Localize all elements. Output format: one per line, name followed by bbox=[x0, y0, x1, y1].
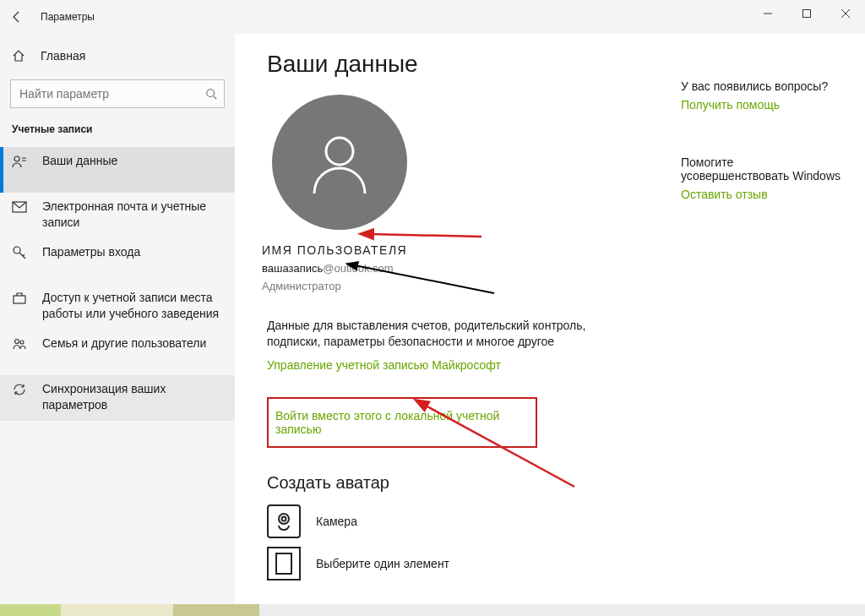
svg-rect-11 bbox=[14, 296, 25, 303]
sidebar-item-label: Ваши данные bbox=[42, 153, 117, 169]
mail-icon bbox=[12, 199, 27, 215]
window-title: Параметры bbox=[41, 11, 95, 23]
search-icon bbox=[205, 88, 217, 100]
page-title: Ваши данные bbox=[267, 51, 843, 78]
home-link[interactable]: Главная bbox=[0, 39, 235, 73]
help-question: У вас появились вопросы? bbox=[681, 79, 841, 93]
sidebar-item-label: Доступ к учетной записи места работы или… bbox=[42, 290, 223, 322]
sync-icon bbox=[12, 382, 27, 397]
title-bar: Параметры bbox=[0, 0, 865, 34]
sidebar-item-label: Электронная почта и учетные записи bbox=[42, 199, 223, 231]
svg-line-3 bbox=[214, 96, 217, 100]
get-help-link[interactable]: Получить помощь bbox=[681, 98, 780, 112]
camera-icon bbox=[267, 504, 301, 538]
sidebar-item-sync[interactable]: Синхронизация ваших параметров bbox=[0, 375, 235, 421]
create-avatar-heading: Создать аватар bbox=[267, 473, 843, 493]
avatar-option-browse[interactable]: Выберите один элемент bbox=[267, 547, 843, 581]
svg-line-9 bbox=[19, 253, 25, 259]
sidebar-item-signin[interactable]: Параметры входа bbox=[0, 238, 235, 284]
back-button[interactable] bbox=[0, 0, 34, 34]
home-label: Главная bbox=[41, 49, 85, 63]
browse-icon bbox=[267, 547, 301, 581]
help-panel: У вас появились вопросы? Получить помощь… bbox=[681, 79, 841, 201]
svg-point-2 bbox=[207, 90, 215, 97]
briefcase-icon bbox=[12, 291, 27, 306]
sidebar-item-email[interactable]: Электронная почта и учетные записи bbox=[0, 193, 235, 238]
sidebar-item-your-info[interactable]: Ваши данные bbox=[0, 147, 235, 193]
close-button[interactable] bbox=[826, 0, 865, 27]
avatar bbox=[272, 95, 407, 230]
sidebar-item-label: Семья и другие пользователи bbox=[42, 335, 206, 352]
manage-account-link[interactable]: Управление учетной записью Майкрософт bbox=[267, 358, 501, 372]
search-box[interactable] bbox=[10, 79, 225, 108]
svg-point-13 bbox=[20, 341, 24, 344]
local-signin-highlight: Войти вместо этого с локальной учетной з… bbox=[267, 397, 537, 448]
sidebar-item-work[interactable]: Доступ к учетной записи места работы или… bbox=[0, 284, 235, 330]
svg-point-15 bbox=[279, 514, 289, 524]
main-content: Ваши данные ИМЯ ПОЛЬЗОВАТЕЛЯ вашазапись@… bbox=[235, 34, 865, 604]
improve-windows-text: Помогите усовершенствовать Windows bbox=[681, 155, 841, 183]
svg-point-12 bbox=[15, 340, 19, 344]
avatar-option-label: Камера bbox=[316, 515, 357, 528]
svg-point-16 bbox=[282, 516, 286, 521]
sidebar-item-label: Синхронизация ваших параметров bbox=[42, 381, 223, 413]
account-role: Администратор bbox=[262, 280, 843, 292]
person-badge-icon bbox=[12, 154, 27, 169]
svg-point-4 bbox=[14, 156, 19, 161]
people-icon bbox=[12, 336, 27, 352]
sidebar-item-label: Параметры входа bbox=[42, 244, 140, 260]
avatar-option-label: Выберите один элемент bbox=[316, 557, 449, 570]
account-email: вашазапись@outlook.com bbox=[262, 262, 843, 275]
billing-description: Данные для выставления счетов, родительс… bbox=[267, 318, 588, 350]
taskbar-edge bbox=[0, 604, 865, 616]
search-input[interactable] bbox=[14, 86, 205, 101]
svg-rect-1 bbox=[803, 10, 811, 18]
sidebar: Главная Учетные записи Ваши данные Элект… bbox=[0, 34, 235, 604]
svg-line-10 bbox=[23, 254, 24, 256]
feedback-link[interactable]: Оставить отзыв bbox=[681, 188, 768, 201]
account-username: ИМЯ ПОЛЬЗОВАТЕЛЯ bbox=[262, 243, 843, 257]
settings-window: Параметры Главная Учетные за bbox=[0, 0, 865, 616]
maximize-button[interactable] bbox=[787, 0, 826, 27]
sidebar-section-heading: Учетные записи bbox=[12, 123, 223, 135]
local-signin-link[interactable]: Войти вместо этого с локальной учетной з… bbox=[275, 409, 529, 436]
sidebar-item-family[interactable]: Семья и другие пользователи bbox=[0, 330, 235, 375]
svg-point-8 bbox=[14, 247, 20, 253]
svg-point-14 bbox=[326, 138, 353, 165]
svg-rect-17 bbox=[276, 553, 291, 574]
minimize-button[interactable] bbox=[748, 0, 787, 27]
avatar-option-camera[interactable]: Камера bbox=[267, 504, 843, 538]
home-icon bbox=[12, 49, 25, 63]
key-icon bbox=[12, 245, 27, 260]
window-controls bbox=[748, 0, 865, 27]
